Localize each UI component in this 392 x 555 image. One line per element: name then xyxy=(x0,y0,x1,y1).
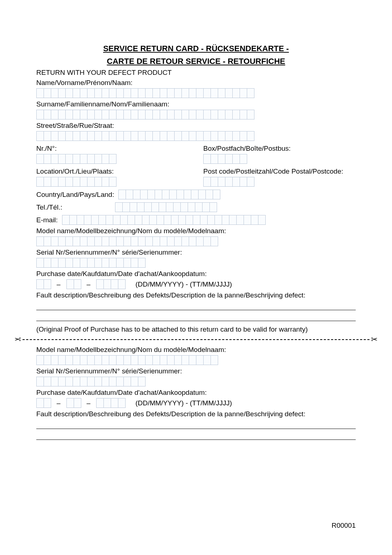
box-input[interactable] xyxy=(203,154,356,164)
footer-code: R00001 xyxy=(331,522,356,530)
fault-line-1[interactable] xyxy=(36,301,356,310)
location-label: Location/Ort./Lieu/Plaats: xyxy=(36,167,189,175)
purchase-label-2: Purchase date/Kaufdatum/Date d'achat/Aan… xyxy=(36,389,356,397)
street-label: Street/Straße/Rue/Straat: xyxy=(36,122,356,130)
date-sep-1: – xyxy=(55,280,62,288)
model-label-2: Model name/Modellbezeichnung/Nom du modè… xyxy=(36,346,356,354)
nr-input[interactable] xyxy=(36,154,189,164)
fault-label-2: Fault description/Beschreibung des Defek… xyxy=(36,410,356,418)
purchase-yyyy-input[interactable] xyxy=(96,279,125,289)
purchase-label: Purchase date/Kaufdatum/Date d'achat/Aan… xyxy=(36,270,356,278)
email-input[interactable] xyxy=(62,215,265,225)
date-format-hint-2: (DD/MM/YYYY) - (TT/MM/JJJJ) xyxy=(135,399,232,407)
postcode-input[interactable] xyxy=(203,177,356,187)
nr-label: Nr./N°: xyxy=(36,145,189,153)
email-label: E-mail: xyxy=(36,216,58,224)
surname-input[interactable] xyxy=(36,110,356,119)
fault-line-2[interactable] xyxy=(36,312,356,321)
serial-label: Serial Nr/Seriennummer/N° série/Serienum… xyxy=(36,248,356,256)
purchase-dd-input-2[interactable] xyxy=(36,398,51,408)
date-sep-4: – xyxy=(85,399,92,407)
purchase-mm-input-2[interactable] xyxy=(66,398,81,408)
date-sep-3: – xyxy=(55,399,62,407)
return-instruction: RETURN WITH YOUR DEFECT PRODUCT xyxy=(36,69,356,77)
model-input[interactable] xyxy=(36,236,356,246)
model-label: Model name/Modellbezeichnung/Nom du modè… xyxy=(36,227,356,235)
location-input[interactable] xyxy=(36,177,189,187)
scissors-right-icon: ✂ xyxy=(371,335,377,344)
tel-input[interactable] xyxy=(115,202,217,212)
serial-label-2: Serial Nr/Seriennummer/N° série/Serienum… xyxy=(36,367,356,375)
serial-input-2[interactable] xyxy=(36,377,356,386)
fault-label: Fault description/Beschreibung des Defek… xyxy=(36,291,356,299)
form-title-line2: CARTE DE RETOUR SERVICE - RETOURFICHE xyxy=(36,56,356,67)
country-label: Country/Land/Pays/Land: xyxy=(36,191,114,199)
name-input[interactable] xyxy=(36,88,356,98)
purchase-dd-input[interactable] xyxy=(36,279,51,289)
country-input[interactable] xyxy=(118,190,220,199)
cut-line: ✂ ✂ xyxy=(15,335,377,344)
postcode-label: Post code/Postleitzahl/Code Postal/Postc… xyxy=(203,167,356,175)
street-input[interactable] xyxy=(36,131,356,141)
box-label: Box/Postfach/Boîte/Postbus: xyxy=(203,145,356,153)
form-title-line1: SERVICE RETURN CARD - RÜCKSENDEKARTE - xyxy=(36,44,356,54)
tel-label: Tel./Tél.: xyxy=(36,203,111,211)
name-label: Name/Vorname/Prénom/Naam: xyxy=(36,79,356,87)
scissors-left-icon: ✂ xyxy=(15,335,21,344)
fault-line-4[interactable] xyxy=(36,431,356,440)
purchase-yyyy-input-2[interactable] xyxy=(96,398,125,408)
purchase-mm-input[interactable] xyxy=(66,279,81,289)
fault-line-3[interactable] xyxy=(36,420,356,429)
cut-dashes xyxy=(23,339,369,340)
proof-note: (Original Proof of Purchase has to be at… xyxy=(36,325,356,333)
date-sep-2: – xyxy=(85,280,92,288)
date-format-hint: (DD/MM/YYYY) - (TT/MM/JJJJ) xyxy=(135,280,232,288)
serial-input[interactable] xyxy=(36,258,356,268)
surname-label: Surname/Familienname/Nom/Familienaam: xyxy=(36,100,356,108)
model-input-2[interactable] xyxy=(36,355,356,365)
